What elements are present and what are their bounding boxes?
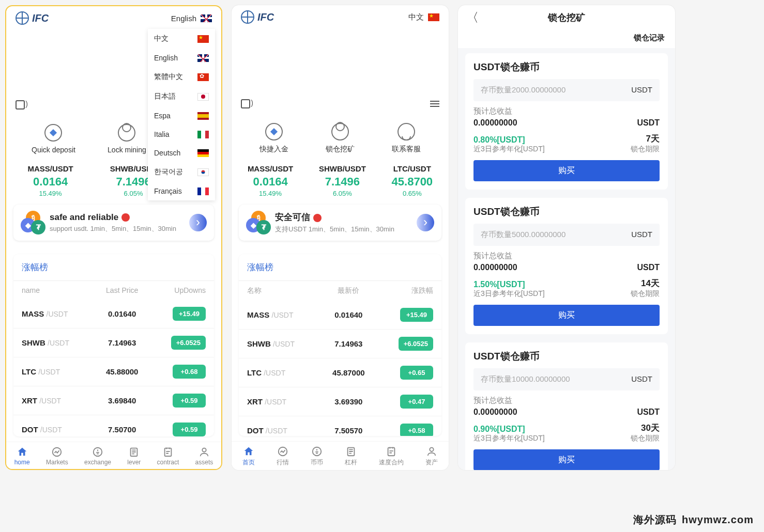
menu-icon[interactable]: [430, 101, 439, 107]
tab-速度合约[interactable]: 速度合约: [379, 446, 404, 467]
deposit-icon: [265, 123, 283, 140]
ticker-change: 15.49%: [27, 190, 73, 197]
table-row[interactable]: LTC /USDT45.87000+0.65: [239, 358, 441, 387]
language-option[interactable]: Deutsch: [148, 144, 215, 162]
speaker-icon[interactable]: [16, 100, 25, 109]
row-symbol: MASS /USDT: [22, 309, 94, 318]
promo-banner[interactable]: ₿ ◆ ₮ safe and reliable support usdt. 1m…: [13, 205, 214, 241]
language-option[interactable]: 日本語: [148, 87, 215, 106]
ticker-item[interactable]: MASS/USDT0.016415.49%: [248, 164, 293, 197]
period-value: 14天: [631, 277, 660, 289]
tab-home[interactable]: home: [14, 446, 30, 466]
language-option[interactable]: English: [148, 49, 215, 67]
svg-rect-8: [388, 448, 395, 456]
tab-首页[interactable]: 首页: [242, 446, 255, 467]
table-row[interactable]: LTC /USDT45.88000+0.68: [13, 357, 214, 386]
language-option[interactable]: Français: [148, 182, 215, 200]
tab-lever[interactable]: lever: [127, 446, 141, 466]
table-row[interactable]: DOT /USDT7.50700+0.59: [13, 415, 214, 436]
ticker-pair: MASS/USDT: [27, 164, 73, 173]
table-row[interactable]: MASS /USDT0.01640+15.49: [13, 300, 214, 328]
ticker-item[interactable]: LTC/USDT45.87000.65%: [392, 164, 433, 197]
quick-actions: 快捷入金 锁仓挖矿 联系客服: [232, 113, 449, 159]
language-selector[interactable]: English: [171, 14, 212, 23]
staking-title: USDT锁仓赚币: [473, 205, 660, 218]
ticker-item[interactable]: SHWB/USDT7.14966.05%: [319, 164, 366, 197]
table-row[interactable]: MASS /USDT0.01640+15.49: [239, 301, 441, 330]
tab-icon: [345, 446, 357, 457]
rate-label: 近3日参考年化[USDT]: [473, 434, 545, 443]
header: IFC 中文: [232, 5, 449, 29]
tab-contract[interactable]: contract: [157, 446, 179, 466]
ticker-pair: LTC/USDT: [392, 164, 433, 173]
row-price: 45.88000: [94, 367, 150, 376]
buy-button[interactable]: 购买: [473, 305, 660, 326]
language-option[interactable]: Espa: [148, 106, 215, 125]
speaker-icon[interactable]: [241, 99, 250, 108]
tab-icon: [311, 446, 323, 457]
amount-input[interactable]: 存币数量5000.00000000USDT: [473, 224, 660, 246]
table-row[interactable]: DOT /USDT7.50570+0.58: [239, 416, 441, 436]
table-row[interactable]: XRT /USDT3.69390+0.47: [239, 387, 441, 416]
language-option[interactable]: 한국어공: [148, 162, 215, 182]
amount-input[interactable]: 存币数量2000.00000000USDT: [473, 79, 660, 101]
table-row[interactable]: SHWB /USDT7.14963+6.0525: [13, 328, 214, 357]
row-price: 0.01640: [94, 309, 150, 318]
tab-币币[interactable]: 币币: [311, 446, 323, 467]
flag-icon: [197, 54, 209, 62]
tab-label: 资产: [425, 458, 438, 467]
tab-exchange[interactable]: exchange: [84, 446, 111, 466]
arrow-right-icon[interactable]: [417, 214, 434, 231]
col-name: name: [22, 286, 94, 294]
lock-mining-action[interactable]: 锁仓挖矿: [326, 123, 355, 154]
arrow-right-icon[interactable]: [189, 214, 207, 231]
row-change-badge: +15.49: [400, 308, 433, 322]
ticker-price: 0.0164: [27, 175, 73, 189]
row-change-badge: +6.0525: [171, 336, 206, 350]
language-option[interactable]: 繁體中文: [148, 67, 215, 87]
tab-label: 行情: [277, 458, 289, 467]
staking-card: USDT锁仓赚币 存币数量2000.00000000USDT 预计总收益 0.0…: [465, 53, 668, 190]
col-change: 涨跌幅: [377, 286, 433, 295]
records-link[interactable]: 锁仓记录: [458, 30, 675, 48]
lock-mining-action[interactable]: Lock mining: [108, 124, 146, 154]
row-symbol: LTC /USDT: [22, 367, 94, 376]
globe-icon: [241, 10, 254, 24]
language-option[interactable]: 中文: [148, 29, 215, 49]
rate-label: 近3日参考年化[USDT]: [473, 289, 545, 299]
back-icon[interactable]: 〈: [466, 9, 479, 26]
period-value: 7天: [631, 133, 660, 145]
row-change-badge: +0.65: [400, 366, 433, 380]
tab-label: 首页: [242, 458, 255, 467]
quick-deposit-action[interactable]: Quick deposit: [32, 124, 75, 154]
banner-subtitle: 支持USDT 1min、5min、15min、30min: [275, 225, 411, 234]
table-row[interactable]: XRT /USDT3.69840+0.59: [13, 386, 214, 415]
buy-button[interactable]: 购买: [473, 160, 660, 181]
tab-杠杆[interactable]: 杠杆: [345, 446, 357, 467]
tab-assets[interactable]: assets: [195, 446, 213, 466]
flag-icon: [197, 93, 209, 101]
amount-input[interactable]: 存币数量10000.00000000USDT: [473, 368, 660, 390]
est-unit: USDT: [637, 408, 660, 417]
language-dropdown[interactable]: 中文English繁體中文日本語EspaItaliaDeutsch한국어공Fra…: [148, 29, 215, 200]
banner-subtitle: support usdt. 1min、5min、15min、30min: [50, 224, 184, 233]
language-selector[interactable]: 中文: [408, 12, 439, 22]
tab-label: contract: [157, 459, 179, 466]
announcement-bar: [232, 96, 449, 113]
buy-button[interactable]: 购买: [473, 449, 660, 470]
tab-行情[interactable]: 行情: [277, 446, 289, 467]
promo-banner[interactable]: ₿ ◆ ₮ 安全可信 支持USDT 1min、5min、15min、30min: [239, 205, 441, 241]
staking-list[interactable]: USDT锁仓赚币 存币数量2000.00000000USDT 预计总收益 0.0…: [458, 48, 675, 470]
tab-Markets[interactable]: Markets: [46, 446, 68, 466]
row-price: 3.69390: [320, 397, 377, 406]
language-option[interactable]: Italia: [148, 125, 215, 144]
table-row[interactable]: SHWB /USDT7.14963+6.0525: [239, 330, 441, 358]
tab-资产[interactable]: 资产: [425, 446, 438, 467]
ticker-item[interactable]: MASS/USDT0.016415.49%: [27, 164, 73, 197]
tab-icon: [92, 446, 103, 458]
customer-service-action[interactable]: 联系客服: [392, 123, 421, 154]
staking-card: USDT锁仓赚币 存币数量10000.00000000USDT 预计总收益 0.…: [465, 342, 668, 470]
banner-title: 安全可信: [275, 212, 310, 222]
amount-unit: USDT: [631, 85, 652, 95]
quick-deposit-action[interactable]: 快捷入金: [259, 123, 288, 154]
